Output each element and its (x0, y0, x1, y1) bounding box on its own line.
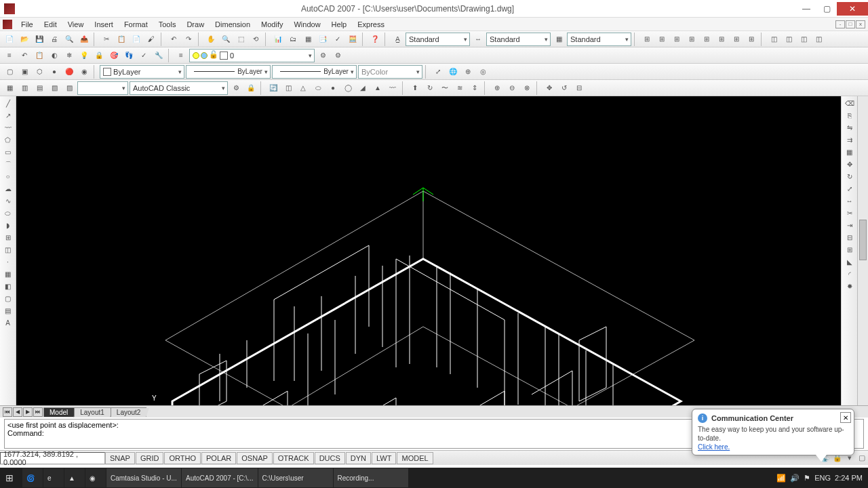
3dwire-icon[interactable]: ⬡ (33, 65, 46, 79)
fillet-icon[interactable]: ◜ (843, 268, 856, 280)
layer-lock-button[interactable]: 🔒 (92, 49, 106, 62)
toolpalette-button[interactable]: ▦ (301, 33, 315, 46)
layer-manager-button[interactable]: ≡ (3, 49, 16, 62)
gradient-icon[interactable]: ◧ (1, 281, 15, 292)
menu-dimension[interactable]: Dimension (210, 19, 255, 30)
toggle-polar[interactable]: POLAR (201, 452, 236, 464)
mirror-icon[interactable]: ⇋ (843, 122, 856, 134)
3dalign-icon[interactable]: ⊟ (572, 81, 586, 95)
menu-tools[interactable]: Tools (154, 19, 181, 30)
taskbar-icon-chrome[interactable]: ◉ (85, 468, 106, 487)
ws-icon-3[interactable]: ▤ (33, 81, 46, 95)
tab-next-button[interactable]: ▶ (23, 407, 33, 417)
calc-button[interactable]: 🧮 (346, 33, 359, 46)
3dshade-icon[interactable]: ● (47, 65, 61, 79)
sweep-icon[interactable]: 〜 (438, 81, 452, 95)
helix-icon[interactable]: 〰 (386, 81, 399, 95)
tablestyle-combo[interactable]: Standard (567, 33, 631, 46)
layer-off-button[interactable]: 💡 (77, 49, 91, 62)
scale-icon[interactable]: ⤢ (843, 183, 856, 195)
preview-button[interactable]: 🔍 (62, 33, 76, 46)
copy-button[interactable]: 📋 (115, 33, 128, 46)
toggle-model[interactable]: MODEL (397, 452, 433, 464)
ellipse-icon[interactable]: ⬭ (1, 207, 15, 219)
help-button[interactable]: ❓ (368, 33, 382, 46)
mdi-close-button[interactable]: x (856, 20, 865, 28)
tablestyle-icon[interactable]: ▦ (552, 33, 566, 46)
viewport-button[interactable]: ▢ (3, 65, 16, 79)
plotstyle-combo[interactable]: ByColor (358, 65, 422, 79)
layer-iso-button[interactable]: ◐ (47, 49, 61, 62)
region-icon[interactable]: ▢ (1, 293, 15, 304)
layer-tool-3[interactable]: ⚙ (331, 49, 344, 62)
xline-icon[interactable]: ↗ (1, 110, 15, 121)
menu-format[interactable]: Format (119, 19, 153, 30)
paste-button[interactable]: 📄 (130, 33, 143, 46)
mdi-restore-button[interactable]: □ (846, 20, 855, 28)
xref-icon-7[interactable]: ⊞ (730, 33, 743, 46)
xref-icon-2[interactable]: ⊞ (655, 33, 669, 46)
layer-cur-button[interactable]: ✓ (137, 49, 151, 62)
cut-button[interactable]: ✂ (100, 33, 113, 46)
torus-icon[interactable]: ◯ (341, 81, 355, 95)
cleanscreen-icon[interactable]: ▢ (856, 452, 868, 464)
layer-walk-button[interactable]: 👣 (122, 49, 136, 62)
insert-icon[interactable]: ⊞ (1, 232, 15, 243)
mdi-minimize-button[interactable]: - (835, 20, 845, 28)
dimstyle-icon[interactable]: ↔ (471, 33, 485, 46)
revolve-icon[interactable]: ↻ (423, 81, 437, 95)
pline-icon[interactable]: 〰 (1, 122, 15, 134)
3dmove-icon[interactable]: ✥ (542, 81, 556, 95)
taskbar-icon-ie[interactable]: e (43, 468, 64, 487)
wedge-icon[interactable]: ◢ (356, 81, 370, 95)
dimstyle-combo[interactable]: Standard (486, 33, 551, 46)
menu-view[interactable]: View (63, 19, 89, 30)
circle-icon[interactable]: ○ (1, 171, 15, 182)
move-icon[interactable]: ✥ (843, 159, 856, 170)
tab-first-button[interactable]: ⏮ (3, 407, 12, 417)
sheetset-button[interactable]: 📑 (316, 33, 330, 46)
layer-props-icon[interactable]: ≡ (174, 49, 188, 62)
tab-last-button[interactable]: ⏭ (33, 407, 43, 417)
layer-freeze-button[interactable]: ❄ (62, 49, 76, 62)
xref-icon-4[interactable]: ⊞ (685, 33, 698, 46)
zoom-rt-button[interactable]: 🔍 (219, 33, 233, 46)
textstyle-combo[interactable]: Standard (406, 33, 470, 46)
menu-window[interactable]: Window (289, 19, 325, 30)
intersect-icon[interactable]: ⊗ (520, 81, 534, 95)
layer-combo[interactable]: 🔓 0 (189, 49, 315, 62)
cone-icon[interactable]: △ (296, 81, 310, 95)
toggle-lwt[interactable]: LWT (372, 452, 396, 464)
extend-icon[interactable]: ⇥ (843, 220, 856, 231)
mtext-icon[interactable]: A (1, 317, 15, 329)
stretch-icon[interactable]: ↔ (843, 195, 856, 207)
render-icon[interactable]: 🔴 (62, 65, 76, 79)
redo-button[interactable]: ↷ (182, 33, 195, 46)
revcloud-icon[interactable]: ☁ (1, 183, 15, 195)
popup-close-button[interactable]: ✕ (840, 412, 851, 423)
ellipsearc-icon[interactable]: ◗ (1, 220, 15, 231)
ws-icon-4[interactable]: ▧ (47, 81, 61, 95)
publish-button[interactable]: 📤 (77, 33, 91, 46)
plot-button[interactable]: 🖨 (47, 33, 61, 46)
trim-icon[interactable]: ✂ (843, 207, 856, 219)
maximize-button[interactable]: ▢ (816, 2, 837, 16)
offset-icon[interactable]: ⇉ (843, 134, 856, 146)
undo-button[interactable]: ↶ (167, 33, 180, 46)
zoom-prev-button[interactable]: ⟲ (249, 33, 262, 46)
designcenter-button[interactable]: 🗂 (286, 33, 300, 46)
menu-express[interactable]: Express (353, 19, 389, 30)
taskbar-icon-1[interactable]: 🌀 (22, 468, 43, 487)
ws-icon-1[interactable]: ▦ (3, 81, 16, 95)
toggle-otrack[interactable]: OTRACK (273, 452, 314, 464)
vs-icon[interactable]: ◉ (77, 65, 91, 79)
xref-icon-8[interactable]: ⊞ (745, 33, 758, 46)
tab-layout2[interactable]: Layout2 (111, 407, 147, 417)
ucs-button-1[interactable]: ⤢ (431, 65, 445, 79)
xref-icon-6[interactable]: ⊞ (715, 33, 728, 46)
block-icon-4[interactable]: ◫ (812, 33, 825, 46)
close-button[interactable]: ✕ (837, 2, 868, 16)
loft-icon[interactable]: ≋ (453, 81, 467, 95)
minimize-button[interactable]: — (796, 2, 816, 16)
color-combo[interactable]: ByLayer (100, 65, 184, 79)
